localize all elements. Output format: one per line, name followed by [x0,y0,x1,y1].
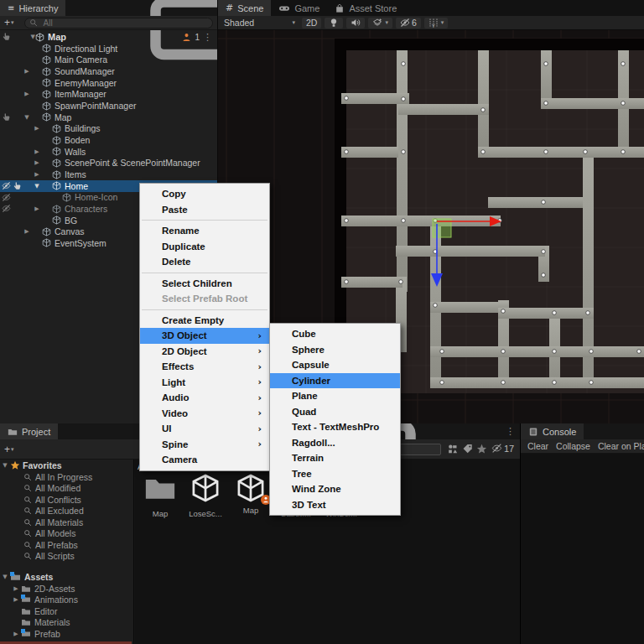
tab-hierarchy[interactable]: ≡ Hierarchy [0,0,65,16]
audio-toggle-button[interactable] [346,18,365,29]
hierarchy-item[interactable]: ▶Walls [0,146,217,158]
asset-folder-map[interactable]: Map [138,473,182,518]
expand-arrow-icon[interactable]: ▼ [0,462,10,469]
expand-arrow-icon[interactable]: ▶ [32,171,42,178]
menu-item-3d-object[interactable]: 3D Object› [140,328,269,344]
menu-item-video[interactable]: Video› [140,406,269,422]
expand-arrow-icon[interactable]: ▶ [11,631,21,637]
hierarchy-scene-row[interactable]: ▼ Map 1 ⋮ [0,31,217,43]
submenu-item-plane[interactable]: Plane [270,388,400,404]
hierarchy-item[interactable]: ▶Buildings [0,123,217,135]
console-clear-on-play-button[interactable]: Clear on Play [598,441,644,451]
kebab-menu-icon[interactable]: ⋮ [203,32,212,43]
menu-item-create-empty[interactable]: Create Empty [140,313,269,329]
2d-toggle-button[interactable]: 2D [302,18,321,29]
hierarchy-search-input[interactable]: All [24,18,213,29]
expand-arrow-icon[interactable]: ▼ [0,574,10,580]
menu-item-rename[interactable]: Rename [140,223,269,239]
favorite-item[interactable]: All Materials [0,517,133,528]
shading-mode-dropdown[interactable]: Shaded ▾ [218,18,299,28]
tab-game[interactable]: Game [271,0,327,16]
hierarchy-item[interactable]: ▶SoundManager [0,65,217,77]
hierarchy-add-button[interactable]: +▾ [0,17,18,29]
menu-item-select-children[interactable]: Select Children [140,276,269,292]
pick-hand-icon[interactable] [2,112,11,122]
favorites-header[interactable]: ▼Favorites [0,460,133,471]
menu-item-spine[interactable]: Spine› [140,437,269,453]
submenu-item-capsule[interactable]: Capsule [270,357,400,373]
kebab-menu-icon[interactable]: ⋮ [506,426,515,437]
folder-item[interactable]: Editor [0,605,133,617]
tab-console[interactable]: Console [521,423,584,439]
menu-item-camera[interactable]: Camera [140,452,269,468]
expand-arrow-icon[interactable]: ▶ [32,148,42,155]
menu-item-2d-object[interactable]: 2D Object› [140,344,269,360]
expand-arrow-icon[interactable]: ▶ [32,159,42,166]
tab-project[interactable]: Project [0,423,58,439]
eye-off-icon[interactable] [2,181,11,190]
expand-arrow-icon[interactable]: ▶ [11,596,21,603]
hierarchy-item[interactable]: ▶ItemManager [0,89,217,101]
console-clear-button[interactable]: Clear [527,441,548,451]
submenu-item-quad[interactable]: Quad [270,404,400,420]
asset-scene-map[interactable]: Map [229,473,273,515]
asset-filter-icon[interactable] [447,444,458,454]
console-collapse-button[interactable]: Collapse [556,441,590,451]
favorite-item[interactable]: All In Progress [0,471,133,483]
submenu-item-tree[interactable]: Tree [270,466,400,482]
hierarchy-item[interactable]: ▶Items [0,169,217,180]
hierarchy-item[interactable]: Main Camera [0,55,217,66]
lighting-toggle-button[interactable] [325,18,343,29]
menu-item-copy[interactable]: Copy [140,186,269,202]
hierarchy-item[interactable]: EnemyManager [0,77,217,89]
assets-header[interactable]: ▼Assets [0,571,133,583]
expand-arrow-icon[interactable]: ▶ [22,68,32,75]
expand-arrow-icon[interactable]: ▶ [22,228,32,235]
folder-item[interactable]: Materials [0,617,133,629]
hierarchy-item[interactable]: SpawnPointManager [0,100,217,112]
folder-item[interactable]: ▶Prefab [0,628,133,640]
menu-item-light[interactable]: Light› [140,375,269,391]
asset-scene-losescene[interactable]: LoseSc... [184,473,227,518]
submenu-item-sphere[interactable]: Sphere [270,342,400,358]
favorite-item[interactable]: All Prefabs [0,539,133,551]
favorite-item[interactable]: All Scripts [0,551,133,563]
submenu-item-terrain[interactable]: Terrain [270,450,400,466]
hidden-objects-button[interactable]: 6 [396,18,421,29]
expand-arrow-icon[interactable]: ▶ [22,91,32,97]
eye-off-icon[interactable] [2,193,11,202]
hierarchy-item[interactable]: Directional Light [0,43,217,55]
menu-item-duplicate[interactable]: Duplicate [140,239,269,255]
menu-item-delete[interactable]: Delete [140,254,269,270]
pick-hand-icon[interactable] [2,32,11,41]
project-add-button[interactable]: +▾ [0,444,18,455]
hierarchy-item[interactable]: ▶ScenePoint & ScenePointManager [0,158,217,169]
menu-item-ui[interactable]: UI› [140,421,269,437]
submenu-item-cylinder[interactable]: Cylinder [270,373,400,389]
expand-arrow-icon[interactable]: ▶ [32,205,42,212]
menu-item-paste[interactable]: Paste [140,202,269,218]
folder-item[interactable]: ▶Animations [0,595,133,606]
hierarchy-item[interactable]: Boden [0,134,217,146]
menu-item-audio[interactable]: Audio› [140,390,269,406]
expand-arrow-icon[interactable]: ▶ [32,125,42,132]
submenu-item-cube[interactable]: Cube [270,326,400,342]
submenu-item-3d-text[interactable]: 3D Text [270,497,400,513]
expand-arrow-icon[interactable]: ▼ [22,114,32,121]
favorites-star-icon[interactable] [476,444,487,454]
favorite-item[interactable]: All Modified [0,483,133,495]
folder-item[interactable]: ▶2D-Assets [0,583,133,595]
label-tag-icon[interactable] [462,444,473,454]
effects-dropdown[interactable]: ▾ [368,18,392,29]
project-search-input[interactable] [394,444,441,455]
project-hidden-count[interactable]: 17 [491,443,514,454]
pick-hand-icon[interactable] [13,181,22,190]
favorite-item[interactable]: All Models [0,528,133,540]
submenu-item-wind-zone[interactable]: Wind Zone [270,481,400,497]
eye-off-icon[interactable] [2,204,11,213]
expand-arrow-icon[interactable]: ▶ [11,585,21,592]
submenu-item-ragdoll[interactable]: Ragdoll... [270,435,400,451]
favorite-item[interactable]: All Excluded [0,506,133,517]
submenu-item-text-textmeshpro[interactable]: Text - TextMeshPro [270,419,400,435]
expand-arrow-icon[interactable]: ▼ [32,183,42,190]
